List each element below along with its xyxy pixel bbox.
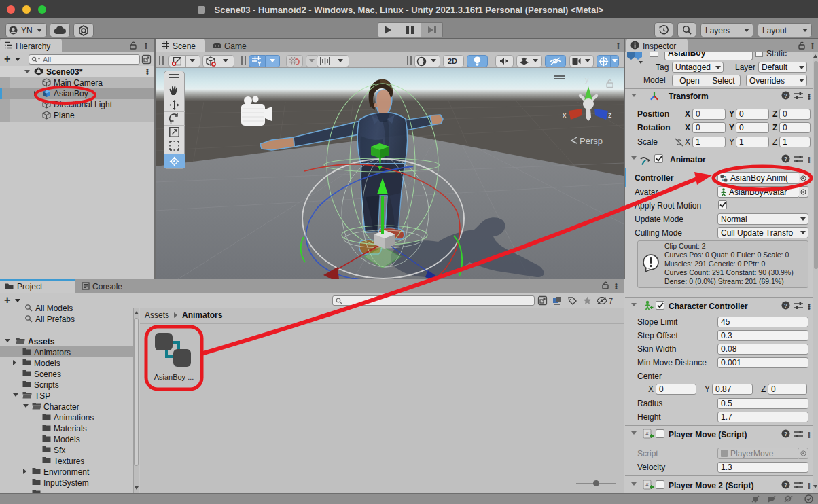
svg-text:?: ? xyxy=(784,302,788,309)
svg-text:#: # xyxy=(645,431,649,437)
svg-text:?: ? xyxy=(784,431,788,437)
svg-text:x: x xyxy=(563,111,567,119)
svg-text:?: ? xyxy=(784,156,788,162)
svg-text:#: # xyxy=(645,482,649,488)
svg-text:Persp: Persp xyxy=(580,136,603,146)
svg-text:z: z xyxy=(608,111,612,119)
svg-text:?: ? xyxy=(784,92,788,99)
svg-text:y: y xyxy=(585,75,589,84)
svg-text:?: ? xyxy=(784,482,788,488)
